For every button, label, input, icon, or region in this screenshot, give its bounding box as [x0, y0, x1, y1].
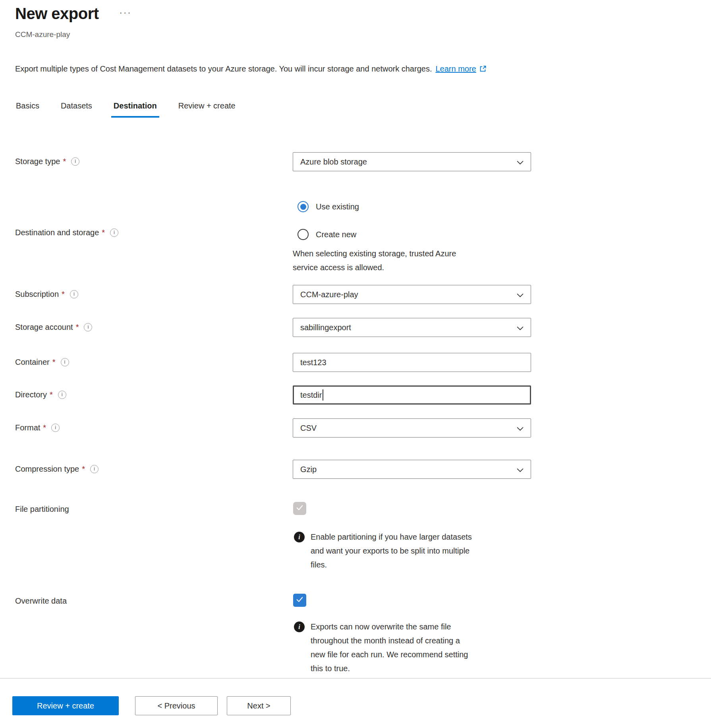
- destination-and-storage-label: Destination and storage * i: [15, 227, 118, 238]
- file-partitioning-checkbox: [293, 502, 306, 515]
- info-icon[interactable]: i: [71, 157, 79, 166]
- format-dropdown[interactable]: CSV: [293, 418, 531, 438]
- storage-type-dropdown[interactable]: Azure blob storage: [293, 152, 531, 171]
- radio-unselected-icon: [298, 229, 309, 240]
- footer-divider: [0, 678, 711, 679]
- radio-create-new-label: Create new: [316, 230, 356, 239]
- tab-destination[interactable]: Destination: [114, 101, 157, 118]
- info-badge-icon: i: [294, 532, 305, 542]
- subscription-value: CCM-azure-play: [300, 290, 358, 299]
- required-asterisk: *: [76, 322, 79, 332]
- wizard-tabs: Basics Datasets Destination Review + cre…: [16, 101, 236, 118]
- overwrite-data-info: i Exports can now overwrite the same fil…: [294, 620, 468, 676]
- storage-account-label: Storage account * i: [15, 322, 92, 332]
- info-icon[interactable]: i: [70, 290, 78, 298]
- required-asterisk: *: [62, 289, 65, 299]
- required-asterisk: *: [52, 357, 56, 367]
- chevron-down-icon: [517, 424, 524, 433]
- tab-basics[interactable]: Basics: [16, 101, 39, 118]
- file-partitioning-info-text: Enable partitioning if you have larger d…: [311, 530, 472, 572]
- overwrite-data-label: Overwrite data: [15, 596, 67, 606]
- container-label: Container * i: [15, 357, 69, 367]
- page-title: New export: [15, 5, 99, 23]
- radio-create-new[interactable]: Create new: [298, 229, 356, 240]
- tab-datasets[interactable]: Datasets: [61, 101, 92, 118]
- subscription-breadcrumb: CCM-azure-play: [15, 30, 70, 39]
- directory-value: testdir: [300, 391, 322, 400]
- storage-type-label: Storage type * i: [15, 156, 79, 167]
- tab-review-create[interactable]: Review + create: [178, 101, 236, 118]
- compression-type-label: Compression type * i: [15, 464, 99, 474]
- checkmark-icon: [295, 595, 304, 606]
- overwrite-data-info-text: Exports can now overwrite the same file …: [311, 620, 468, 676]
- required-asterisk: *: [102, 227, 105, 238]
- radio-use-existing-label: Use existing: [316, 202, 359, 211]
- required-asterisk: *: [63, 156, 66, 167]
- external-link-icon[interactable]: [479, 65, 487, 73]
- required-asterisk: *: [82, 464, 85, 474]
- info-badge-icon: i: [294, 622, 305, 632]
- radio-use-existing[interactable]: Use existing: [298, 201, 359, 212]
- header: New export ···: [15, 5, 132, 23]
- new-export-blade: New export ··· CCM-azure-play Export mul…: [0, 0, 711, 728]
- chevron-down-icon: [517, 323, 524, 332]
- container-value: test123: [300, 358, 327, 367]
- format-value: CSV: [300, 424, 317, 433]
- storage-account-value: sabillingexport: [300, 323, 351, 332]
- required-asterisk: *: [50, 389, 53, 400]
- overwrite-data-checkbox[interactable]: [293, 594, 306, 607]
- chevron-down-icon: [517, 157, 524, 167]
- format-label: Format * i: [15, 422, 60, 433]
- storage-account-dropdown[interactable]: sabillingexport: [293, 318, 531, 337]
- learn-more-link[interactable]: Learn more: [435, 64, 476, 74]
- compression-type-value: Gzip: [300, 465, 317, 474]
- blade-description: Export multiple types of Cost Management…: [15, 64, 487, 74]
- subscription-label: Subscription * i: [15, 289, 78, 299]
- info-icon[interactable]: i: [90, 465, 99, 473]
- text-cursor: [323, 389, 323, 401]
- info-icon[interactable]: i: [110, 228, 118, 237]
- info-icon[interactable]: i: [51, 424, 60, 432]
- tab-destination-label: Destination: [114, 101, 157, 110]
- directory-input[interactable]: testdir: [293, 385, 531, 405]
- info-icon[interactable]: i: [84, 323, 92, 331]
- chevron-down-icon: [517, 290, 524, 299]
- description-text: Export multiple types of Cost Management…: [15, 64, 432, 74]
- existing-storage-helper-text: When selecting existing storage, trusted…: [293, 247, 456, 275]
- info-icon[interactable]: i: [58, 391, 66, 399]
- chevron-down-icon: [517, 465, 524, 474]
- next-button[interactable]: Next >: [227, 696, 291, 715]
- subscription-dropdown[interactable]: CCM-azure-play: [293, 285, 531, 304]
- info-icon[interactable]: i: [61, 358, 69, 366]
- storage-type-value: Azure blob storage: [300, 157, 367, 167]
- compression-type-dropdown[interactable]: Gzip: [293, 460, 531, 479]
- review-create-button[interactable]: Review + create: [12, 696, 119, 715]
- required-asterisk: *: [43, 422, 46, 433]
- active-tab-underline: [111, 116, 159, 118]
- directory-label: Directory * i: [15, 389, 66, 400]
- more-options-icon[interactable]: ···: [120, 8, 132, 18]
- file-partitioning-info: i Enable partitioning if you have larger…: [294, 530, 472, 572]
- file-partitioning-label: File partitioning: [15, 504, 69, 514]
- radio-selected-icon: [298, 201, 309, 212]
- previous-button[interactable]: < Previous: [135, 696, 218, 715]
- checkmark-icon: [295, 503, 304, 514]
- container-input[interactable]: test123: [293, 353, 531, 372]
